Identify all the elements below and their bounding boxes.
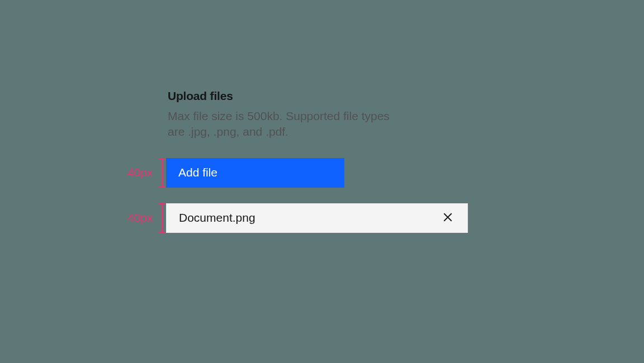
remove-file-button[interactable] [441,210,455,226]
annotation-label: 40px [127,166,153,179]
bracket-icon [158,203,166,233]
close-icon [443,212,453,224]
upload-title: Upload files [168,89,468,103]
file-name: Document.png [179,211,255,225]
add-file-button[interactable]: Add file [166,158,344,188]
height-annotation-file: 40px [107,203,166,233]
bracket-icon [158,158,166,188]
add-file-button-label: Add file [178,166,217,179]
upload-subtitle: Max file size is 500kb. Supported file t… [168,108,402,140]
annotation-label: 40px [127,211,153,225]
uploaded-file-item: Document.png [166,203,468,233]
height-annotation-button: 40px [107,158,166,188]
